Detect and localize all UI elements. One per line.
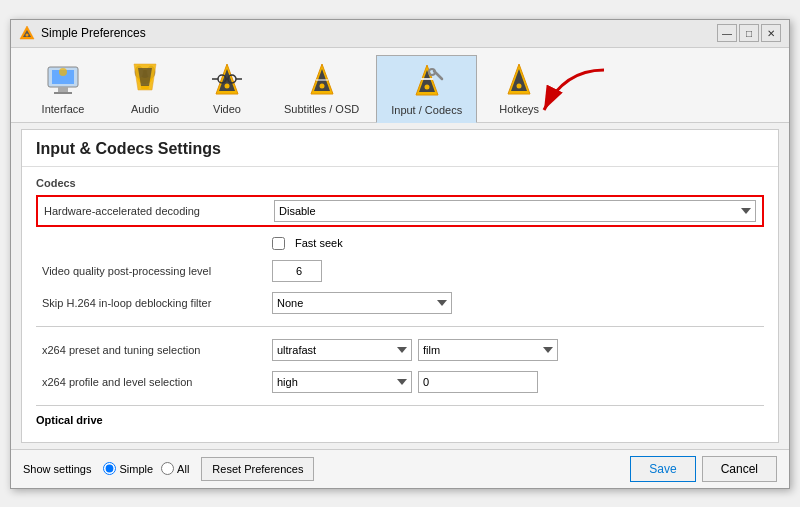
cancel-button[interactable]: Cancel bbox=[702, 456, 777, 482]
x264-preset-control: ultrafast superfast veryfast faster fast… bbox=[272, 339, 758, 361]
x264-profile-label: x264 profile and level selection bbox=[42, 376, 272, 388]
minimize-button[interactable]: — bbox=[717, 24, 737, 42]
radio-group: Simple All bbox=[103, 462, 189, 475]
fast-seek-label[interactable]: Fast seek bbox=[295, 237, 343, 249]
radio-simple-text: Simple bbox=[119, 463, 153, 475]
optical-section: Optical drive bbox=[36, 414, 764, 426]
svg-rect-6 bbox=[54, 92, 72, 94]
tab-subtitles[interactable]: Subtitles / OSD bbox=[269, 54, 374, 122]
footer: Show settings Simple All Reset Preferenc… bbox=[11, 449, 789, 488]
subtitles-tab-icon bbox=[302, 61, 342, 101]
skip-h264-row: Skip H.264 in-loop deblocking filter Non… bbox=[36, 288, 764, 318]
tab-audio[interactable]: Audio bbox=[105, 54, 185, 122]
radio-all-label[interactable]: All bbox=[161, 462, 189, 475]
interface-tab-icon bbox=[43, 61, 83, 101]
footer-left: Show settings Simple All Reset Preferenc… bbox=[23, 457, 622, 481]
hw-decoding-select[interactable]: Disable Automatic DirectX VA 2.0 DXVA 2.… bbox=[274, 200, 756, 222]
hw-decoding-label: Hardware-accelerated decoding bbox=[44, 205, 274, 217]
vq-label: Video quality post-processing level bbox=[42, 265, 272, 277]
radio-all[interactable] bbox=[161, 462, 174, 475]
codecs-section: Codecs Hardware-accelerated decoding Dis… bbox=[36, 177, 764, 406]
x264-profile-control: baseline main high bbox=[272, 371, 758, 393]
radio-simple[interactable] bbox=[103, 462, 116, 475]
x264-preset-label: x264 preset and tuning selection bbox=[42, 344, 272, 356]
svg-point-7 bbox=[59, 68, 67, 76]
skip-h264-label: Skip H.264 in-loop deblocking filter bbox=[42, 297, 272, 309]
tab-interface[interactable]: Interface bbox=[23, 54, 103, 122]
page-title: Input & Codecs Settings bbox=[22, 130, 778, 167]
fast-seek-control: Fast seek bbox=[272, 237, 758, 250]
x264-profile-select[interactable]: baseline main high bbox=[272, 371, 412, 393]
arrow-annotation bbox=[524, 65, 614, 125]
window-title: Simple Preferences bbox=[41, 26, 146, 40]
show-settings-label: Show settings bbox=[23, 463, 91, 475]
reset-button[interactable]: Reset Preferences bbox=[201, 457, 314, 481]
tab-input-label: Input / Codecs bbox=[391, 104, 462, 116]
save-button[interactable]: Save bbox=[630, 456, 695, 482]
optical-label: Optical drive bbox=[36, 414, 764, 426]
settings-body: Codecs Hardware-accelerated decoding Dis… bbox=[22, 167, 778, 442]
content-area: Input & Codecs Settings Codecs Hardware-… bbox=[21, 129, 779, 443]
radio-all-text: All bbox=[177, 463, 189, 475]
radio-simple-label[interactable]: Simple bbox=[103, 462, 153, 475]
svg-point-17 bbox=[225, 83, 230, 88]
title-bar: Simple Preferences — □ ✕ bbox=[11, 20, 789, 48]
skip-h264-control: None Non-ref Bidir Non-key All bbox=[272, 292, 758, 314]
vlc-title-icon bbox=[19, 25, 35, 41]
x264-level-input[interactable] bbox=[418, 371, 538, 393]
fast-seek-checkbox[interactable] bbox=[272, 237, 285, 250]
svg-point-29 bbox=[424, 84, 429, 89]
fast-seek-row: Fast seek bbox=[36, 233, 764, 254]
close-button[interactable]: ✕ bbox=[761, 24, 781, 42]
hw-decoding-row: Hardware-accelerated decoding Disable Au… bbox=[36, 195, 764, 227]
svg-point-35 bbox=[517, 83, 522, 88]
svg-point-25 bbox=[319, 83, 324, 88]
svg-point-2 bbox=[26, 34, 29, 37]
x264-preset-row: x264 preset and tuning selection ultrafa… bbox=[36, 335, 764, 365]
nav-tabs: Interface Audio bbox=[11, 48, 789, 123]
tab-audio-label: Audio bbox=[131, 103, 159, 115]
vq-control bbox=[272, 260, 758, 282]
section-divider-2 bbox=[36, 405, 764, 406]
section-divider-1 bbox=[36, 326, 764, 327]
vq-input[interactable] bbox=[272, 260, 322, 282]
skip-h264-select[interactable]: None Non-ref Bidir Non-key All bbox=[272, 292, 452, 314]
main-window: Simple Preferences — □ ✕ Interfa bbox=[10, 19, 790, 489]
title-controls: — □ ✕ bbox=[717, 24, 781, 42]
video-tab-icon bbox=[207, 61, 247, 101]
x264-preset-select[interactable]: ultrafast superfast veryfast faster fast… bbox=[272, 339, 412, 361]
tab-video-label: Video bbox=[213, 103, 241, 115]
svg-rect-5 bbox=[58, 87, 68, 92]
tab-input[interactable]: Input / Codecs bbox=[376, 55, 477, 123]
codecs-section-label: Codecs bbox=[36, 177, 764, 189]
tab-video[interactable]: Video bbox=[187, 54, 267, 122]
footer-right: Save Cancel bbox=[630, 456, 777, 482]
audio-tab-icon bbox=[125, 61, 165, 101]
x264-profile-row: x264 profile and level selection baselin… bbox=[36, 367, 764, 397]
svg-point-32 bbox=[429, 69, 435, 75]
x264-tune-select[interactable]: film animation grain stillimage psnr ssi… bbox=[418, 339, 558, 361]
maximize-button[interactable]: □ bbox=[739, 24, 759, 42]
vq-row: Video quality post-processing level bbox=[36, 256, 764, 286]
tab-interface-label: Interface bbox=[42, 103, 85, 115]
hw-decoding-control: Disable Automatic DirectX VA 2.0 DXVA 2.… bbox=[274, 200, 756, 222]
input-tab-icon bbox=[407, 62, 447, 102]
tab-subtitles-label: Subtitles / OSD bbox=[284, 103, 359, 115]
